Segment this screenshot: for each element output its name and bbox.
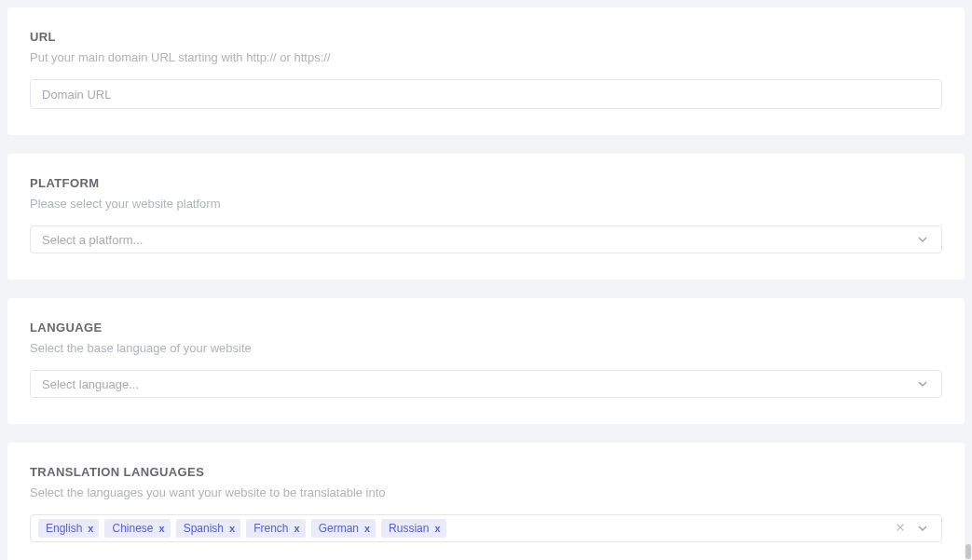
- multiselect-controls: [895, 521, 934, 536]
- chevron-down-icon[interactable]: [915, 521, 930, 536]
- remove-tag-icon[interactable]: x: [294, 524, 300, 534]
- language-tag: Chinesex: [104, 519, 170, 538]
- language-tag: Russianx: [381, 519, 445, 538]
- translation-helper: Select the languages you want your websi…: [30, 485, 942, 499]
- language-tag-label: Russian: [389, 522, 429, 535]
- clear-all-icon[interactable]: [895, 522, 906, 535]
- platform-select[interactable]: Select a platform...: [30, 225, 942, 253]
- remove-tag-icon[interactable]: x: [364, 524, 370, 534]
- language-tag-label: English: [46, 522, 82, 535]
- platform-helper: Please select your website platform: [30, 197, 942, 211]
- platform-select-placeholder: Select a platform...: [42, 233, 143, 247]
- remove-tag-icon[interactable]: x: [159, 524, 165, 534]
- translation-title: TRANSLATION LANGUAGES: [30, 465, 942, 479]
- url-input[interactable]: [42, 80, 930, 108]
- remove-tag-icon[interactable]: x: [229, 524, 235, 534]
- language-tag-label: French: [253, 522, 288, 535]
- platform-title: PLATFORM: [30, 176, 942, 190]
- language-select[interactable]: Select language...: [30, 370, 942, 398]
- chevron-down-icon: [915, 376, 930, 391]
- language-tag: Englishx: [38, 519, 99, 538]
- url-card: URL Put your main domain URL starting wi…: [7, 7, 965, 135]
- language-card: LANGUAGE Select the base language of you…: [7, 298, 965, 424]
- remove-tag-icon[interactable]: x: [88, 524, 93, 534]
- chevron-down-icon: [915, 232, 930, 247]
- language-tag-label: Spanish: [184, 522, 224, 535]
- translation-card: TRANSLATION LANGUAGES Select the languag…: [7, 443, 965, 560]
- url-title: URL: [30, 30, 942, 44]
- language-tag-label: German: [319, 522, 359, 535]
- scrollbar-thumb[interactable]: [965, 544, 971, 559]
- remove-tag-icon[interactable]: x: [434, 524, 440, 534]
- url-input-wrap: [30, 79, 942, 109]
- language-select-placeholder: Select language...: [42, 377, 139, 391]
- language-title: LANGUAGE: [30, 321, 942, 335]
- language-tag: Spanishx: [176, 519, 241, 538]
- language-helper: Select the base language of your website: [30, 341, 942, 355]
- translation-multiselect[interactable]: EnglishxChinesexSpanishxFrenchxGermanxRu…: [30, 514, 942, 542]
- language-tag: Frenchx: [246, 519, 305, 538]
- language-tag-label: Chinese: [112, 522, 153, 535]
- url-helper: Put your main domain URL starting with h…: [30, 50, 942, 64]
- language-tag: Germanx: [311, 519, 376, 538]
- platform-card: PLATFORM Please select your website plat…: [7, 154, 965, 280]
